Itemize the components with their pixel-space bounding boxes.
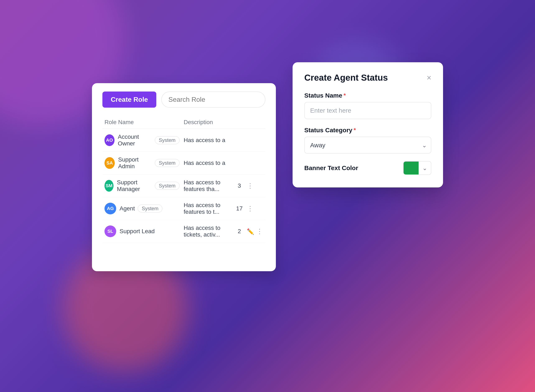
role-description: Has access to tickets, activ...	[181, 220, 234, 243]
table-row: SL Support Lead Has access to tickets, a…	[102, 220, 265, 243]
create-agent-status-modal: Create Agent Status × Status Name * Stat…	[293, 62, 443, 187]
table-row: AO Account Owner System Has access to a	[102, 129, 265, 152]
role-description: Has access to features to t...	[181, 197, 234, 220]
role-actions	[245, 129, 265, 152]
role-avatar: SM	[104, 180, 113, 192]
modal-header: Create Agent Status ×	[304, 73, 431, 83]
role-count	[234, 152, 245, 174]
banner-text-color-row: Banner Text Color ⌄	[304, 161, 431, 175]
status-name-group: Status Name *	[304, 92, 431, 119]
roles-toolbar: Create Role	[102, 92, 265, 108]
col-description: Description	[181, 116, 234, 129]
table-row: SM Support Manager System Has access to …	[102, 174, 265, 197]
banner-text-color-label: Banner Text Color	[304, 164, 358, 172]
modal-title: Create Agent Status	[304, 73, 388, 83]
system-badge: System	[138, 205, 162, 213]
role-name: Agent	[120, 205, 135, 212]
scene: Create Role Role Name Description AO Acc…	[79, 50, 456, 342]
status-name-input[interactable]	[304, 102, 431, 119]
role-name-cell: AG Agent System	[102, 197, 181, 220]
status-category-wrapper: OnlineAwayBusyOffline ⌄	[304, 137, 431, 154]
role-name: Support Lead	[120, 228, 155, 235]
role-avatar: AG	[104, 203, 116, 214]
color-swatch	[404, 162, 419, 174]
role-description: Has access to a	[181, 129, 234, 152]
role-name: Support Admin	[118, 156, 152, 170]
role-name-cell: AO Account Owner System	[102, 129, 181, 152]
role-avatar: SA	[104, 157, 115, 169]
status-category-label: Status Category *	[304, 127, 431, 134]
more-actions-icon[interactable]: ⋮	[256, 228, 263, 235]
required-star-category: *	[354, 127, 356, 134]
table-row: AG Agent System Has access to features t…	[102, 197, 265, 220]
role-description: Has access to features tha...	[181, 174, 234, 197]
role-actions: ✏️⋮	[245, 220, 265, 243]
more-actions-icon[interactable]: ⋮	[247, 205, 254, 212]
role-name: Support Manager	[117, 179, 152, 192]
role-name-cell: SA Support Admin System	[102, 152, 181, 174]
col-role-name: Role Name	[102, 116, 181, 129]
role-description: Has access to a	[181, 152, 234, 174]
roles-panel: Create Role Role Name Description AO Acc…	[92, 83, 276, 271]
status-category-select[interactable]: OnlineAwayBusyOffline	[304, 137, 431, 154]
role-count: 3	[234, 174, 245, 197]
required-star-name: *	[344, 92, 346, 99]
role-avatar: SL	[104, 225, 116, 237]
status-category-group: Status Category * OnlineAwayBusyOffline …	[304, 127, 431, 154]
edit-icon[interactable]: ✏️	[247, 228, 254, 235]
modal-close-button[interactable]: ×	[427, 74, 431, 82]
system-badge: System	[155, 159, 180, 167]
role-avatar: AO	[104, 134, 115, 146]
roles-table: Role Name Description AO Account Owner S…	[102, 116, 265, 243]
more-actions-icon[interactable]: ⋮	[247, 182, 254, 190]
search-role-input[interactable]	[161, 92, 265, 108]
create-role-button[interactable]: Create Role	[102, 92, 156, 108]
role-name-cell: SM Support Manager System	[102, 174, 181, 197]
color-chevron-icon: ⌄	[419, 165, 431, 172]
role-actions: ⋮	[245, 197, 265, 220]
role-actions: ⋮	[245, 174, 265, 197]
role-name-cell: SL Support Lead	[102, 220, 181, 243]
status-name-label: Status Name *	[304, 92, 431, 99]
system-badge: System	[155, 136, 180, 144]
table-row: SA Support Admin System Has access to a	[102, 152, 265, 174]
role-count: 2	[234, 220, 245, 243]
color-picker-button[interactable]: ⌄	[403, 161, 431, 175]
system-badge: System	[155, 182, 180, 190]
role-count: 17	[234, 197, 245, 220]
role-count	[234, 129, 245, 152]
role-actions	[245, 152, 265, 174]
role-name: Account Owner	[118, 134, 152, 147]
